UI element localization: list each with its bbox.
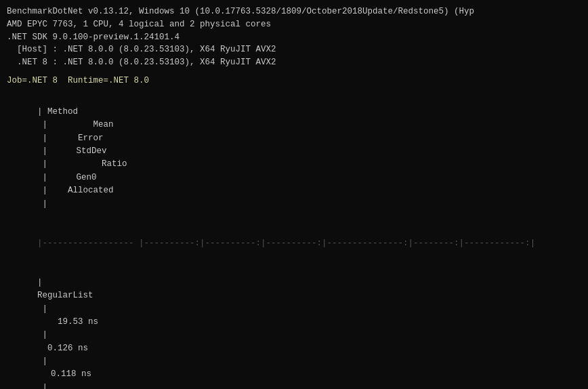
col-error-header: Error bbox=[53, 132, 104, 145]
table-separator: |------------------ |----------:|-------… bbox=[7, 224, 581, 263]
terminal-panel: BenchmarkDotNet v0.13.12, Windows 10 (10… bbox=[0, 0, 588, 389]
terminal-line-4: [Host] : .NET 8.0.0 (8.0.23.53103), X64 … bbox=[7, 43, 581, 56]
col-gen0-header: Gen0 bbox=[53, 171, 97, 184]
row1-stddev: 0.118 ns bbox=[37, 368, 91, 381]
terminal-line-3: .NET SDK 9.0.100-preview.1.24101.4 bbox=[7, 31, 581, 44]
col-stddev-header: StdDev bbox=[53, 145, 107, 158]
col-alloc-header: Allocated bbox=[53, 184, 114, 197]
col-ratio-header: Ratio bbox=[53, 158, 127, 171]
row1-error: 0.126 ns bbox=[37, 342, 88, 355]
terminal-job-line: Job=.NET 8 Runtime=.NET 8.0 bbox=[7, 75, 581, 87]
terminal-line-2: AMD EPYC 7763, 1 CPU, 4 logical and 2 ph… bbox=[7, 18, 581, 31]
terminal-line-5: .NET 8 : .NET 8.0.0 (8.0.23.53103), X64 … bbox=[7, 56, 581, 69]
benchmark-table: | Method | Mean | Error | StdDev | Ratio… bbox=[7, 93, 581, 390]
terminal-line-1: BenchmarkDotNet v0.13.12, Windows 10 (10… bbox=[7, 5, 581, 18]
row1-method: RegularList bbox=[37, 289, 152, 302]
col-mean-header: Mean bbox=[53, 119, 114, 131]
table-header-row: | Method | Mean | Error | StdDev | Ratio… bbox=[7, 93, 581, 224]
col-method-header: Method bbox=[47, 106, 163, 119]
table-row-1: | RegularList | 19.53 ns | 0.126 ns | 0.… bbox=[7, 263, 581, 389]
row1-mean: 19.53 ns bbox=[37, 316, 98, 329]
